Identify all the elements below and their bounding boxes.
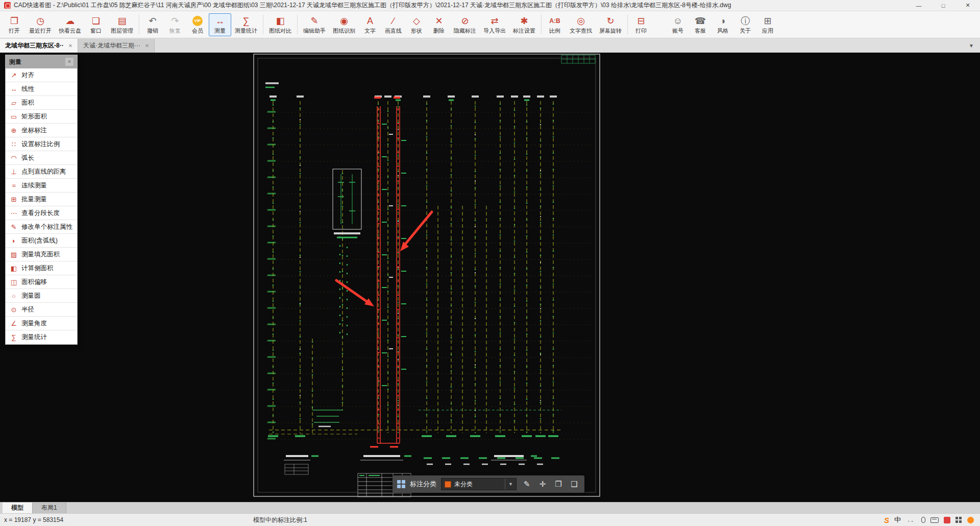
recent-icon: ◷	[36, 15, 44, 27]
document-tab-active[interactable]: 龙域华都三期东区-8·· ✕	[0, 39, 78, 53]
measure-item-area[interactable]: ▱ 面积	[6, 96, 77, 110]
toolbar-button-edit-assistant[interactable]: ✎ 编辑助手	[300, 13, 329, 36]
toolbar-button-hide-annotation[interactable]: ⊘ 隐藏标注	[450, 13, 480, 36]
measure-item-radius[interactable]: ⊙ 半径	[6, 303, 77, 317]
toolbar-button-delete[interactable]: ✕ 删除	[428, 13, 450, 36]
keyboard-icon[interactable]	[930, 517, 939, 523]
tab-layout1[interactable]: 布局1	[33, 503, 66, 513]
toolbar-button-line[interactable]: ∕ 画直线	[381, 13, 405, 36]
toolbar-button-about[interactable]: ⓘ 关于	[734, 13, 756, 36]
toolbar-button-undo[interactable]: ↶ 撤销	[141, 13, 164, 36]
toolbar-button-style[interactable]: ◑ 风格	[712, 13, 734, 36]
minimize-button[interactable]: —	[906, 0, 931, 11]
support-icon: ☎	[695, 15, 706, 27]
measure-item-edit-annotation-property[interactable]: ✎ 修改单个标注属性	[6, 220, 77, 234]
toolbar-button-shape[interactable]: ◇ 形状	[405, 13, 428, 36]
toolbar-button-vip[interactable]: VIP 会员	[186, 13, 209, 36]
toolbox-icon[interactable]	[944, 517, 950, 523]
toolbar-button-open[interactable]: ❐ 打开	[3, 13, 26, 36]
detail-box	[333, 169, 361, 237]
style-icon: ◑	[720, 15, 726, 27]
ime-language-indicator[interactable]: 中	[894, 515, 901, 524]
measure-item-point-line-distance[interactable]: ⊥ 点到直线的距离	[6, 165, 77, 179]
measure-item-circle[interactable]: ○ 测量圆	[6, 289, 77, 303]
toolbar-button-rotate-screen[interactable]: ↻ 屏幕旋转	[596, 13, 625, 36]
toolbar-button-scale[interactable]: A:B 比例	[544, 13, 566, 36]
toolbar-button-account[interactable]: ☺ 账号	[667, 13, 689, 36]
hide-annotation-icon: ⊘	[461, 15, 469, 27]
tab-overflow-arrow-icon[interactable]: ▼	[969, 43, 974, 49]
measure-item-batch[interactable]: ⊞ 批量测量	[6, 193, 77, 206]
scale-icon: A:B	[549, 15, 560, 27]
left-bottom-cluster	[312, 410, 343, 426]
category-apps-icon[interactable]	[397, 480, 405, 488]
system-tray: S 中 ，。	[884, 515, 974, 524]
toolbar-button-recognize[interactable]: ◉ 图纸识别	[329, 13, 359, 36]
document-tabbar: 龙域华都三期东区-8·· ✕ 天诚·龙域华都三期··· ✕ ▼	[0, 38, 980, 53]
pipe-risers	[273, 101, 553, 433]
toolbar-button-cloud[interactable]: ☁ 快看云盘	[55, 13, 85, 36]
toolbar-button-print[interactable]: ⊟ 打印	[630, 13, 652, 36]
cursor-coordinates: x = 19187 y = 583154	[4, 516, 63, 523]
toolbar-button-recent[interactable]: ◷ 最近打开	[26, 13, 55, 36]
measure-item-side-area[interactable]: ◧ 计算侧面积	[6, 261, 77, 275]
measure-item-angle[interactable]: ∠ 测量角度	[6, 317, 77, 330]
measure-item-linear[interactable]: ↔ 线性	[6, 82, 77, 96]
tab-label: 龙域华都三期东区-8··	[5, 41, 64, 50]
undo-icon: ↶	[149, 15, 156, 27]
measure-panel-header[interactable]: 测量 ✕	[6, 55, 77, 68]
point-line-distance-icon: ⊥	[10, 168, 18, 176]
tab-close-icon[interactable]: ✕	[145, 43, 149, 49]
print-icon: ⊟	[637, 15, 645, 27]
ime-logo-icon[interactable]: S	[884, 516, 889, 524]
toolbar-button-import-export[interactable]: ⇄ 导入导出	[480, 13, 509, 36]
tab-close-icon[interactable]: ✕	[68, 43, 72, 49]
measure-item-area-with-arc[interactable]: ◗ 面积(含弧线)	[6, 234, 77, 248]
ime-punctuation-indicator[interactable]: ，。	[906, 516, 916, 523]
toolbar-button-measure-stats[interactable]: ∑ 测量统计	[231, 13, 261, 36]
annotation-move-icon[interactable]: ✛	[537, 480, 548, 489]
toolbar-button-support[interactable]: ☎ 客服	[689, 13, 712, 36]
toolbar-button-redo[interactable]: ↷ 恢复	[164, 13, 186, 36]
redo-icon: ↷	[171, 15, 179, 27]
toolbar-separator	[263, 15, 263, 34]
microphone-icon[interactable]	[921, 517, 925, 523]
toolbar-button-measure[interactable]: ↔ 测量	[209, 13, 231, 36]
toolbar-button-text[interactable]: A 文字	[359, 13, 381, 36]
ime-grid-icon[interactable]	[955, 517, 962, 523]
titlebar: CAD快速看图 - Z:\Public\01 工作盘\05 陈芝麻烂谷子\11 …	[0, 0, 980, 11]
chat-bubble-icon[interactable]	[967, 517, 974, 523]
measure-item-set-scale[interactable]: ∷ 设置标注比例	[6, 137, 77, 151]
measure-item-align[interactable]: ↗ 对齐	[6, 68, 77, 82]
maximize-button[interactable]: □	[931, 0, 955, 11]
tab-label: 天诚·龙域华都三期···	[83, 41, 140, 50]
toolbar-button-compare[interactable]: ◧ 图纸对比	[265, 13, 295, 36]
dropdown-arrow-icon[interactable]: ▼	[505, 479, 516, 490]
measure-item-rect-area[interactable]: ▭ 矩形面积	[6, 110, 77, 124]
toolbar-button-window[interactable]: ❏ 窗口	[85, 13, 107, 36]
edit-assistant-icon: ✎	[310, 15, 318, 27]
drawing-canvas[interactable]	[0, 53, 980, 502]
toolbar-button-annotation-settings[interactable]: ✱ 标注设置	[509, 13, 539, 36]
rotate-screen-icon: ↻	[606, 15, 614, 27]
document-tab-inactive[interactable]: 天诚·龙域华都三期··· ✕	[78, 39, 155, 53]
measure-panel-close-icon[interactable]: ✕	[65, 58, 74, 66]
measure-item-area-offset[interactable]: ◫ 面积偏移	[6, 275, 77, 289]
annotation-copy-icon[interactable]: ❐	[553, 480, 564, 489]
measure-item-arc-length[interactable]: ◠ 弧长	[6, 151, 77, 165]
close-button[interactable]: ✕	[955, 0, 980, 11]
measure-item-continuous[interactable]: ≈ 连续测量	[6, 179, 77, 193]
toolbar-button-apps[interactable]: ⊞ 应用	[756, 13, 779, 36]
measure-item-coordinate[interactable]: ⊕ 坐标标注	[6, 124, 77, 137]
window-icon: ❏	[92, 15, 100, 27]
category-select[interactable]: 未分类 ▼	[441, 478, 517, 490]
annotation-paste-icon[interactable]: ❑	[569, 480, 580, 489]
about-icon: ⓘ	[741, 15, 750, 27]
measure-item-segment-length[interactable]: ⋯ 查看分段长度	[6, 206, 77, 220]
tab-model[interactable]: 模型	[3, 503, 33, 513]
measure-item-fill-area[interactable]: ▨ 测量填充面积	[6, 248, 77, 261]
measure-item-statistics[interactable]: ∑ 测量统计	[6, 330, 77, 344]
annotation-edit-icon[interactable]: ✎	[521, 480, 532, 489]
toolbar-button-layers[interactable]: ▤ 图层管理	[107, 13, 137, 36]
toolbar-button-find-text[interactable]: ◎ 文字查找	[566, 13, 596, 36]
